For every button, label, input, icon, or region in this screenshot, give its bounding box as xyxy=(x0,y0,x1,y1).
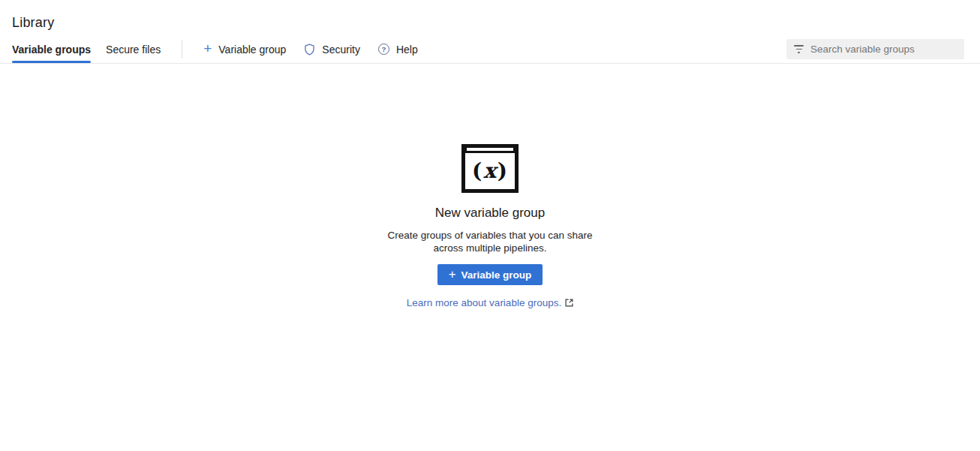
variable-group-button-label: Variable group xyxy=(461,269,532,281)
header: Library xyxy=(0,0,980,35)
toolbar-divider xyxy=(182,41,182,59)
tab-secure-files-label: Secure files xyxy=(106,44,161,56)
empty-state-description-line1: Create groups of variables that you can … xyxy=(0,229,980,242)
tab-variable-groups-label: Variable groups xyxy=(12,44,91,56)
variable-group-icon: (x) xyxy=(461,144,519,193)
variable-group-icon-titlebar xyxy=(465,148,515,153)
tab-secure-files[interactable]: Secure files xyxy=(106,35,161,63)
add-variable-group-command[interactable]: + Variable group xyxy=(194,35,295,63)
add-variable-group-label: Variable group xyxy=(218,44,286,56)
page-title: Library xyxy=(12,15,968,31)
help-command[interactable]: ? Help xyxy=(369,35,427,63)
plus-icon: + xyxy=(203,41,212,56)
tab-variable-groups[interactable]: Variable groups xyxy=(12,35,91,63)
library-page: Library Variable groups Secure files + V… xyxy=(0,0,980,451)
security-command[interactable]: Security xyxy=(295,35,369,63)
external-link-icon xyxy=(565,299,573,307)
empty-state-description: Create groups of variables that you can … xyxy=(0,229,980,254)
help-icon: ? xyxy=(378,44,389,55)
help-label: Help xyxy=(396,44,418,56)
learn-more-link-label: Learn more about variable groups. xyxy=(407,297,561,308)
empty-state-title: New variable group xyxy=(0,206,980,221)
variable-group-button[interactable]: + Variable group xyxy=(437,264,543,285)
learn-more-link[interactable]: Learn more about variable groups. xyxy=(407,297,573,308)
empty-state: (x) New variable group Create groups of … xyxy=(0,64,980,309)
search-input[interactable] xyxy=(810,44,957,55)
filter-icon xyxy=(794,45,804,53)
plus-icon: + xyxy=(449,268,456,281)
variable-group-icon-body: (x) xyxy=(465,153,515,189)
security-label: Security xyxy=(322,44,360,56)
tab-command-bar: Variable groups Secure files + Variable … xyxy=(0,35,980,64)
shield-icon xyxy=(304,44,315,56)
search-box[interactable] xyxy=(786,39,964,59)
empty-state-description-line2: across multiple pipelines. xyxy=(0,242,980,254)
